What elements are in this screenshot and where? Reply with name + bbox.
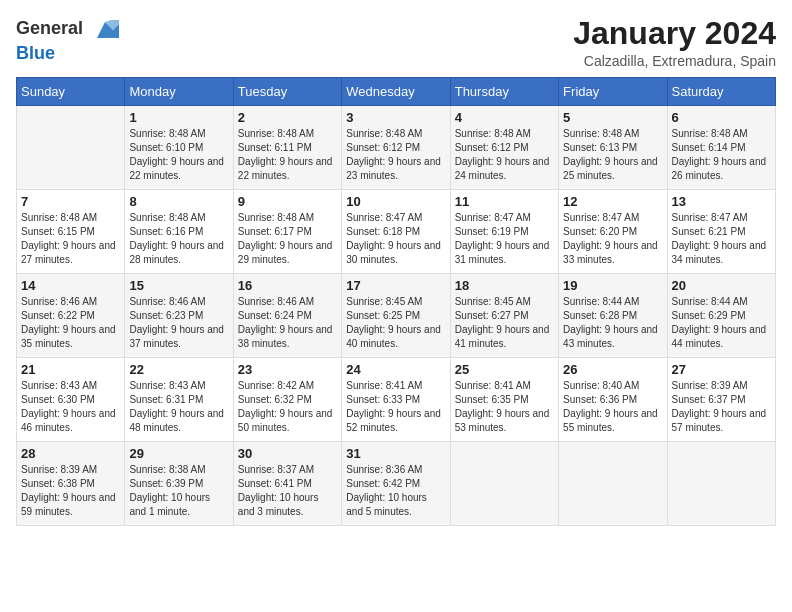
calendar-cell bbox=[17, 106, 125, 190]
day-number: 13 bbox=[672, 194, 771, 209]
day-number: 14 bbox=[21, 278, 120, 293]
calendar-cell bbox=[559, 442, 667, 526]
day-number: 19 bbox=[563, 278, 662, 293]
calendar-cell: 25Sunrise: 8:41 AMSunset: 6:35 PMDayligh… bbox=[450, 358, 558, 442]
day-number: 21 bbox=[21, 362, 120, 377]
day-number: 20 bbox=[672, 278, 771, 293]
calendar-week-row: 7Sunrise: 8:48 AMSunset: 6:15 PMDaylight… bbox=[17, 190, 776, 274]
day-number: 2 bbox=[238, 110, 337, 125]
calendar-cell: 6Sunrise: 8:48 AMSunset: 6:14 PMDaylight… bbox=[667, 106, 775, 190]
calendar-subtitle: Calzadilla, Extremadura, Spain bbox=[573, 53, 776, 69]
day-info: Sunrise: 8:48 AMSunset: 6:16 PMDaylight:… bbox=[129, 211, 228, 267]
day-info: Sunrise: 8:39 AMSunset: 6:37 PMDaylight:… bbox=[672, 379, 771, 435]
day-info: Sunrise: 8:48 AMSunset: 6:12 PMDaylight:… bbox=[455, 127, 554, 183]
day-info: Sunrise: 8:47 AMSunset: 6:19 PMDaylight:… bbox=[455, 211, 554, 267]
day-info: Sunrise: 8:43 AMSunset: 6:31 PMDaylight:… bbox=[129, 379, 228, 435]
calendar-cell: 1Sunrise: 8:48 AMSunset: 6:10 PMDaylight… bbox=[125, 106, 233, 190]
calendar-cell: 14Sunrise: 8:46 AMSunset: 6:22 PMDayligh… bbox=[17, 274, 125, 358]
day-info: Sunrise: 8:44 AMSunset: 6:29 PMDaylight:… bbox=[672, 295, 771, 351]
calendar-cell: 22Sunrise: 8:43 AMSunset: 6:31 PMDayligh… bbox=[125, 358, 233, 442]
day-number: 27 bbox=[672, 362, 771, 377]
day-number: 17 bbox=[346, 278, 445, 293]
calendar-week-row: 1Sunrise: 8:48 AMSunset: 6:10 PMDaylight… bbox=[17, 106, 776, 190]
day-number: 22 bbox=[129, 362, 228, 377]
day-info: Sunrise: 8:48 AMSunset: 6:14 PMDaylight:… bbox=[672, 127, 771, 183]
day-number: 4 bbox=[455, 110, 554, 125]
calendar-cell: 12Sunrise: 8:47 AMSunset: 6:20 PMDayligh… bbox=[559, 190, 667, 274]
calendar-cell: 27Sunrise: 8:39 AMSunset: 6:37 PMDayligh… bbox=[667, 358, 775, 442]
day-info: Sunrise: 8:39 AMSunset: 6:38 PMDaylight:… bbox=[21, 463, 120, 519]
calendar-cell: 5Sunrise: 8:48 AMSunset: 6:13 PMDaylight… bbox=[559, 106, 667, 190]
day-info: Sunrise: 8:47 AMSunset: 6:18 PMDaylight:… bbox=[346, 211, 445, 267]
day-info: Sunrise: 8:36 AMSunset: 6:42 PMDaylight:… bbox=[346, 463, 445, 519]
day-info: Sunrise: 8:48 AMSunset: 6:15 PMDaylight:… bbox=[21, 211, 120, 267]
logo-blue: Blue bbox=[16, 44, 119, 64]
day-info: Sunrise: 8:48 AMSunset: 6:11 PMDaylight:… bbox=[238, 127, 337, 183]
day-number: 24 bbox=[346, 362, 445, 377]
day-number: 16 bbox=[238, 278, 337, 293]
calendar-cell: 15Sunrise: 8:46 AMSunset: 6:23 PMDayligh… bbox=[125, 274, 233, 358]
day-info: Sunrise: 8:38 AMSunset: 6:39 PMDaylight:… bbox=[129, 463, 228, 519]
day-info: Sunrise: 8:47 AMSunset: 6:21 PMDaylight:… bbox=[672, 211, 771, 267]
logo-icon bbox=[91, 16, 119, 44]
day-number: 12 bbox=[563, 194, 662, 209]
day-number: 9 bbox=[238, 194, 337, 209]
day-number: 18 bbox=[455, 278, 554, 293]
calendar-cell: 29Sunrise: 8:38 AMSunset: 6:39 PMDayligh… bbox=[125, 442, 233, 526]
day-info: Sunrise: 8:46 AMSunset: 6:22 PMDaylight:… bbox=[21, 295, 120, 351]
calendar-cell: 19Sunrise: 8:44 AMSunset: 6:28 PMDayligh… bbox=[559, 274, 667, 358]
day-info: Sunrise: 8:42 AMSunset: 6:32 PMDaylight:… bbox=[238, 379, 337, 435]
day-info: Sunrise: 8:48 AMSunset: 6:12 PMDaylight:… bbox=[346, 127, 445, 183]
calendar-week-row: 14Sunrise: 8:46 AMSunset: 6:22 PMDayligh… bbox=[17, 274, 776, 358]
calendar-cell: 13Sunrise: 8:47 AMSunset: 6:21 PMDayligh… bbox=[667, 190, 775, 274]
day-info: Sunrise: 8:43 AMSunset: 6:30 PMDaylight:… bbox=[21, 379, 120, 435]
weekday-header-saturday: Saturday bbox=[667, 78, 775, 106]
calendar-cell: 16Sunrise: 8:46 AMSunset: 6:24 PMDayligh… bbox=[233, 274, 341, 358]
calendar-cell bbox=[450, 442, 558, 526]
calendar-cell bbox=[667, 442, 775, 526]
day-info: Sunrise: 8:46 AMSunset: 6:24 PMDaylight:… bbox=[238, 295, 337, 351]
day-info: Sunrise: 8:48 AMSunset: 6:10 PMDaylight:… bbox=[129, 127, 228, 183]
weekday-header-friday: Friday bbox=[559, 78, 667, 106]
calendar-cell: 9Sunrise: 8:48 AMSunset: 6:17 PMDaylight… bbox=[233, 190, 341, 274]
day-info: Sunrise: 8:45 AMSunset: 6:27 PMDaylight:… bbox=[455, 295, 554, 351]
day-info: Sunrise: 8:45 AMSunset: 6:25 PMDaylight:… bbox=[346, 295, 445, 351]
weekday-header-thursday: Thursday bbox=[450, 78, 558, 106]
day-number: 30 bbox=[238, 446, 337, 461]
day-number: 6 bbox=[672, 110, 771, 125]
calendar-cell: 2Sunrise: 8:48 AMSunset: 6:11 PMDaylight… bbox=[233, 106, 341, 190]
day-info: Sunrise: 8:41 AMSunset: 6:33 PMDaylight:… bbox=[346, 379, 445, 435]
calendar-cell: 28Sunrise: 8:39 AMSunset: 6:38 PMDayligh… bbox=[17, 442, 125, 526]
calendar-cell: 26Sunrise: 8:40 AMSunset: 6:36 PMDayligh… bbox=[559, 358, 667, 442]
calendar-cell: 17Sunrise: 8:45 AMSunset: 6:25 PMDayligh… bbox=[342, 274, 450, 358]
calendar-week-row: 28Sunrise: 8:39 AMSunset: 6:38 PMDayligh… bbox=[17, 442, 776, 526]
title-area: January 2024 Calzadilla, Extremadura, Sp… bbox=[573, 16, 776, 69]
calendar-cell: 7Sunrise: 8:48 AMSunset: 6:15 PMDaylight… bbox=[17, 190, 125, 274]
day-number: 11 bbox=[455, 194, 554, 209]
calendar-week-row: 21Sunrise: 8:43 AMSunset: 6:30 PMDayligh… bbox=[17, 358, 776, 442]
day-info: Sunrise: 8:37 AMSunset: 6:41 PMDaylight:… bbox=[238, 463, 337, 519]
calendar-cell: 21Sunrise: 8:43 AMSunset: 6:30 PMDayligh… bbox=[17, 358, 125, 442]
weekday-header-wednesday: Wednesday bbox=[342, 78, 450, 106]
weekday-header-tuesday: Tuesday bbox=[233, 78, 341, 106]
day-info: Sunrise: 8:41 AMSunset: 6:35 PMDaylight:… bbox=[455, 379, 554, 435]
calendar-table: SundayMondayTuesdayWednesdayThursdayFrid… bbox=[16, 77, 776, 526]
day-number: 8 bbox=[129, 194, 228, 209]
day-info: Sunrise: 8:47 AMSunset: 6:20 PMDaylight:… bbox=[563, 211, 662, 267]
logo: General Blue bbox=[16, 16, 119, 64]
weekday-header-row: SundayMondayTuesdayWednesdayThursdayFrid… bbox=[17, 78, 776, 106]
calendar-cell: 4Sunrise: 8:48 AMSunset: 6:12 PMDaylight… bbox=[450, 106, 558, 190]
calendar-cell: 11Sunrise: 8:47 AMSunset: 6:19 PMDayligh… bbox=[450, 190, 558, 274]
day-number: 29 bbox=[129, 446, 228, 461]
logo-general: General bbox=[16, 16, 119, 44]
day-number: 23 bbox=[238, 362, 337, 377]
calendar-cell: 3Sunrise: 8:48 AMSunset: 6:12 PMDaylight… bbox=[342, 106, 450, 190]
day-number: 28 bbox=[21, 446, 120, 461]
day-number: 1 bbox=[129, 110, 228, 125]
calendar-cell: 20Sunrise: 8:44 AMSunset: 6:29 PMDayligh… bbox=[667, 274, 775, 358]
weekday-header-sunday: Sunday bbox=[17, 78, 125, 106]
day-info: Sunrise: 8:48 AMSunset: 6:13 PMDaylight:… bbox=[563, 127, 662, 183]
calendar-cell: 30Sunrise: 8:37 AMSunset: 6:41 PMDayligh… bbox=[233, 442, 341, 526]
calendar-cell: 24Sunrise: 8:41 AMSunset: 6:33 PMDayligh… bbox=[342, 358, 450, 442]
day-info: Sunrise: 8:48 AMSunset: 6:17 PMDaylight:… bbox=[238, 211, 337, 267]
